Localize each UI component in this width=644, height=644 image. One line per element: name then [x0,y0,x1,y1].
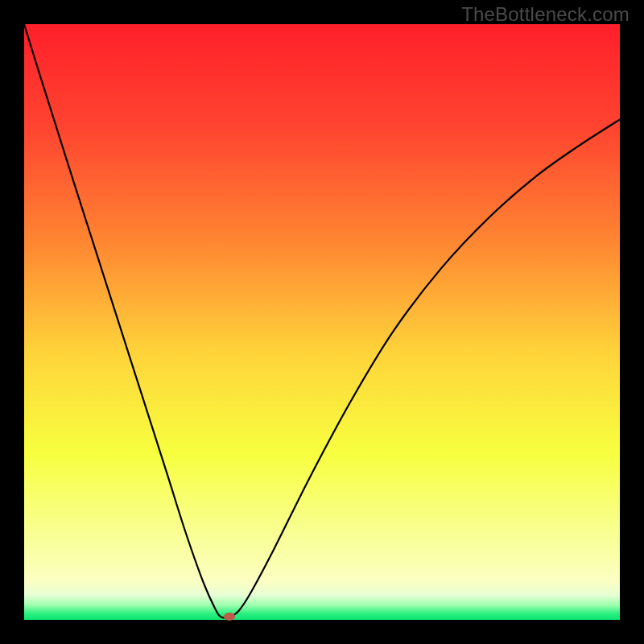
watermark-text: TheBottleneck.com [461,3,630,26]
min-point-marker [224,613,235,621]
bottleneck-chart [24,24,620,620]
gradient-background [24,24,620,620]
chart-frame: TheBottleneck.com [0,0,644,644]
